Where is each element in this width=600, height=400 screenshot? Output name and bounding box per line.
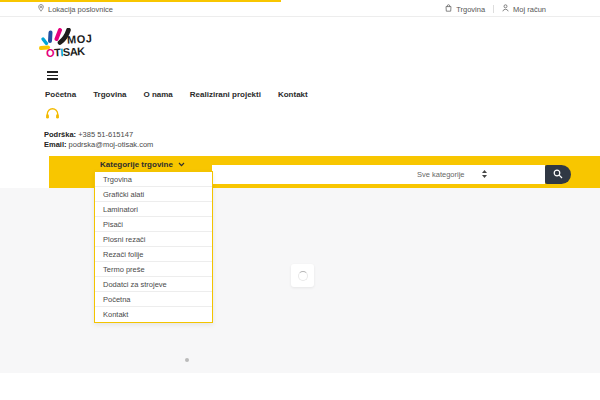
shopping-bag-icon: [445, 4, 452, 14]
category-dropdown-toggle[interactable]: Kategorije trgovine: [100, 156, 185, 172]
support-email-label: Email:: [44, 140, 67, 149]
topbar-shop-label: Trgovina: [456, 5, 485, 14]
nav-item[interactable]: Trgovina: [93, 90, 126, 99]
dropdown-item[interactable]: Plosni rezači: [95, 232, 212, 247]
nav-item[interactable]: Kontakt: [278, 90, 308, 99]
search-category-select[interactable]: Sve kategorije: [417, 165, 487, 184]
slider-pagination-dot[interactable]: [185, 358, 189, 362]
chevron-down-icon: [178, 160, 185, 169]
support-phone-label: Podrška:: [44, 130, 76, 139]
dropdown-item[interactable]: Kontakt: [95, 307, 212, 322]
loading-card: [291, 264, 314, 287]
topbar-shop-link[interactable]: Trgovina: [445, 4, 485, 14]
dropdown-item[interactable]: Grafički alati: [95, 187, 212, 202]
main-content: [0, 188, 600, 373]
support-email-value[interactable]: podrska@moj-otisak.com: [69, 140, 154, 149]
main-nav: PočetnaTrgovinaO namaRealizirani projekt…: [45, 90, 308, 99]
dropdown-item[interactable]: Rezači folije: [95, 247, 212, 262]
loading-spinner-icon: [298, 271, 308, 281]
map-pin-icon: [38, 4, 44, 14]
progress-bar: [0, 0, 281, 2]
user-icon: [502, 4, 509, 14]
page: Lokacija poslovnice Trgovina Moj račun: [0, 0, 600, 400]
support-phone-value[interactable]: +385 51-615147: [78, 130, 133, 139]
location-link[interactable]: Lokacija poslovnice: [38, 4, 113, 14]
search-category-selected: Sve kategorije: [417, 170, 465, 179]
topbar-account-link[interactable]: Moj račun: [502, 4, 546, 14]
nav-item[interactable]: Početna: [45, 90, 76, 99]
category-dropdown-menu: TrgovinaGrafički alatiLaminatoriPisačiPl…: [94, 171, 213, 323]
topbar: Lokacija poslovnice Trgovina Moj račun: [0, 2, 600, 17]
logo-letter: K: [77, 45, 85, 57]
dropdown-item[interactable]: Dodatci za strojeve: [95, 277, 212, 292]
dropdown-item[interactable]: Pisači: [95, 217, 212, 232]
headset-icon: [44, 108, 61, 125]
support-email-line: Email: podrska@moj-otisak.com: [44, 140, 153, 150]
support-phone-line: Podrška: +385 51-615147: [44, 130, 153, 140]
search-input[interactable]: [212, 165, 545, 184]
nav-item[interactable]: O nama: [143, 90, 172, 99]
nav-item[interactable]: Realizirani projekti: [190, 90, 261, 99]
location-label: Lokacija poslovnice: [48, 5, 113, 14]
logo-text-line2: OTISAK: [46, 45, 85, 59]
dropdown-item[interactable]: Početna: [95, 292, 212, 307]
support-block: Podrška: +385 51-615147 Email: podrska@m…: [44, 105, 153, 149]
up-down-arrows-icon: [482, 170, 487, 180]
topbar-divider: [493, 5, 494, 13]
logo[interactable]: MOJ OTISAK: [37, 28, 107, 70]
search-button[interactable]: [545, 165, 571, 184]
search-icon: [553, 167, 563, 182]
dropdown-item[interactable]: Termo preše: [95, 262, 212, 277]
dropdown-item[interactable]: Trgovina: [95, 172, 212, 187]
topbar-account-label: Moj račun: [513, 5, 546, 14]
logo-text-line1: MOJ: [67, 32, 93, 46]
category-dropdown-label: Kategorije trgovine: [100, 160, 173, 169]
hamburger-menu-icon[interactable]: [47, 71, 58, 82]
dropdown-item[interactable]: Laminatori: [95, 202, 212, 217]
